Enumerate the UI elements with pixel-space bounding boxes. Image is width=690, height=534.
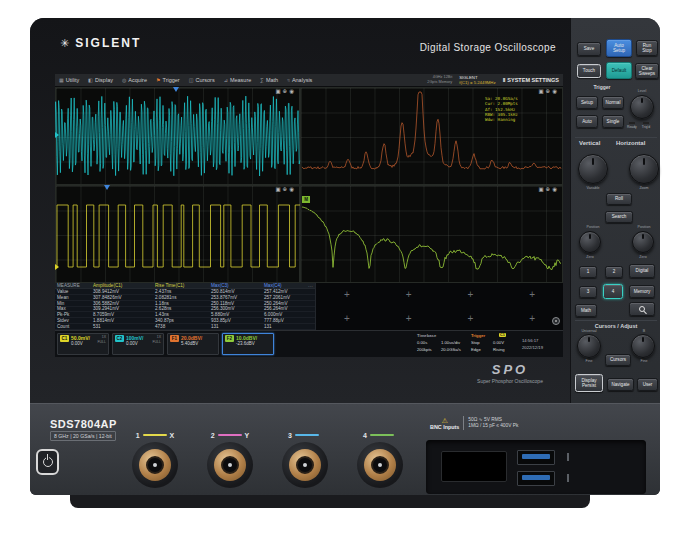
vertical-scale-knob[interactable]: [578, 154, 608, 184]
trigd-led: Trig'd: [642, 122, 650, 129]
bnc-inputs-label: BNC Inputs: [430, 424, 459, 430]
channel-color-line: [370, 434, 394, 436]
channel-badge: F2: [225, 335, 234, 342]
navigate-button[interactable]: Navigate: [607, 378, 634, 391]
trigger-type: Edge: [471, 347, 481, 352]
channel-box-c2[interactable]: C2100mV/0.00V1XFULL: [112, 333, 164, 355]
channel-1-button[interactable]: 1: [579, 266, 597, 278]
menu-item-trigger[interactable]: ⚑Trigger: [156, 77, 180, 83]
record-icon[interactable]: ◉: [552, 186, 559, 192]
input-channel-4: 4: [352, 431, 408, 488]
menu-item-acquire[interactable]: ◎Acquire: [122, 77, 147, 83]
trigger-setup-button[interactable]: Setup: [576, 96, 598, 109]
timebase-trigger-cluster[interactable]: Timebase 0.00s 200kpts 1.00us/div 20.0GS…: [415, 333, 561, 356]
quadrant-corner-icons[interactable]: ▣⊕◉: [538, 186, 559, 192]
user-button[interactable]: User: [637, 378, 658, 391]
add-measure-slot[interactable]: +: [378, 307, 440, 331]
cursors-button[interactable]: Cursors: [605, 354, 631, 366]
search-button[interactable]: Search: [605, 211, 633, 223]
trigger-status: Stop: [471, 340, 480, 345]
vertical-position-label: Position: [576, 225, 610, 229]
ch2-ground-marker[interactable]: [55, 132, 59, 138]
adjust-knob-b[interactable]: [631, 334, 655, 358]
add-measure-slot[interactable]: +: [316, 307, 378, 331]
display-persist-button[interactable]: Display Persist: [575, 374, 603, 392]
fine-push-label: Fine: [629, 359, 659, 363]
channel-number: 1: [136, 432, 140, 439]
quadrant-corner-icons[interactable]: ▣⊕◉: [275, 186, 296, 192]
more-icon[interactable]: ⋯: [308, 283, 313, 289]
settings-bars-icon: Ⅱ: [503, 77, 506, 83]
add-measure-slot[interactable]: +: [378, 283, 440, 307]
usb-ss-icon: [567, 474, 569, 482]
channel-box-f1[interactable]: F120.0dBV/5.40dBV: [167, 333, 219, 355]
channel-2-button[interactable]: 2: [605, 266, 623, 278]
add-measure-slot[interactable]: +: [440, 307, 502, 331]
trigger-section-label: Trigger: [571, 84, 633, 90]
menu-item-analysis[interactable]: ≈Analysis: [287, 77, 312, 83]
touch-button[interactable]: Touch: [577, 64, 601, 78]
channel-3-button[interactable]: 3: [579, 286, 597, 298]
default-button[interactable]: Default: [606, 62, 632, 79]
measure-col-header: Rise Time(C1): [153, 283, 209, 288]
horizontal-scale-knob[interactable]: [629, 154, 659, 184]
horizontal-position-knob[interactable]: [632, 231, 654, 253]
math-icon: ∑: [260, 77, 264, 83]
memory-button[interactable]: Memory: [629, 285, 655, 298]
math-button[interactable]: Math: [575, 304, 597, 317]
trigger-position-marker[interactable]: [173, 87, 179, 92]
variable-push-label: Variable: [576, 186, 610, 190]
auto-setup-button[interactable]: Auto Setup: [606, 39, 632, 57]
channel-4-button[interactable]: 4: [603, 284, 623, 299]
digital-button[interactable]: Digital: [629, 264, 655, 278]
zoom-magnifier-button[interactable]: [629, 302, 655, 316]
floating-settings-icon[interactable]: [552, 317, 560, 325]
menu-item-math[interactable]: ∑Math: [260, 77, 278, 83]
trigger-level-knob[interactable]: [630, 95, 654, 119]
record-icon[interactable]: ◉: [289, 88, 296, 94]
measurement-table[interactable]: MEASUREAmplitude(C1)Rise Time(C1)Max(C3)…: [55, 283, 316, 330]
measure-col-header: MEASURE: [55, 283, 91, 288]
menu-item-display[interactable]: ◧Display: [88, 77, 113, 83]
stand-base: [70, 495, 590, 508]
trigger-position-marker[interactable]: [104, 185, 110, 190]
system-settings-button[interactable]: ⅡSYSTEM SETTINGS: [503, 77, 559, 83]
quadrant-corner-icons[interactable]: ▣⊕◉: [275, 88, 296, 94]
trigger-normal-button[interactable]: Normal: [602, 96, 624, 109]
channel-color-line: [143, 434, 167, 436]
ch1-ground-marker[interactable]: [55, 264, 59, 270]
roll-button[interactable]: Roll: [606, 193, 632, 205]
spo-logo: SPO Super Phosphor Oscilloscope: [445, 362, 575, 384]
add-measure-slot[interactable]: +: [501, 283, 563, 307]
add-measure-slot[interactable]: +: [440, 283, 502, 307]
menu-item-cursors[interactable]: ◫Cursors: [189, 77, 215, 83]
trigger-auto-button[interactable]: Auto: [576, 115, 598, 128]
power-button[interactable]: [36, 449, 59, 475]
snapshot-icon[interactable]: ▣: [275, 186, 282, 192]
grid-quadrant-fft2: ▣⊕◉: [300, 185, 563, 283]
menu-item-utility[interactable]: ▦Utility: [59, 77, 79, 83]
add-measure-slot[interactable]: +: [316, 283, 378, 307]
snapshot-icon[interactable]: ▣: [538, 186, 545, 192]
input-channel-3: 3: [277, 431, 333, 488]
channel-number: 4: [363, 432, 367, 439]
trigger-slope: Rising: [493, 347, 505, 352]
math-trace-marker[interactable]: M: [302, 196, 310, 203]
quadrant-corner-icons[interactable]: ▣⊕◉: [538, 88, 559, 94]
snapshot-icon[interactable]: ▣: [538, 88, 545, 94]
channel-badge: C2: [115, 335, 124, 342]
trigger-single-button[interactable]: Single: [602, 115, 624, 128]
snapshot-icon[interactable]: ▣: [275, 88, 282, 94]
menu-item-measure[interactable]: ⊿Measure: [224, 77, 252, 83]
record-icon[interactable]: ◉: [552, 88, 559, 94]
channel-box-c1[interactable]: C150.0mV/0.00V1XFULL: [57, 333, 109, 355]
channel-box-f2[interactable]: F210.0dBV/-23.6dBV: [222, 333, 274, 355]
record-icon[interactable]: ◉: [289, 186, 296, 192]
run-stop-button[interactable]: Run Stop: [636, 40, 658, 56]
clear-sweeps-button[interactable]: Clear Sweeps: [635, 63, 659, 79]
save-button[interactable]: Save: [577, 42, 601, 56]
input-channel-1: 1X: [127, 431, 183, 488]
horizontal-position-label: Position: [627, 225, 661, 229]
adjust-knob-a[interactable]: [577, 334, 601, 358]
vertical-position-knob[interactable]: [579, 231, 601, 253]
